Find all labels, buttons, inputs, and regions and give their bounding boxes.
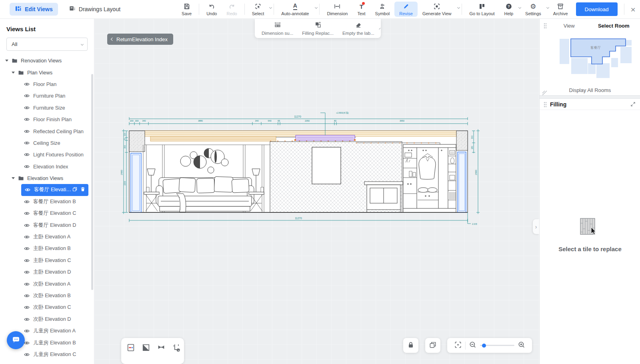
- return-elevation-index-button[interactable]: ReturnElevation Index: [107, 34, 173, 45]
- image-export-icon[interactable]: [126, 343, 136, 352]
- drag-handle-icon[interactable]: [544, 102, 547, 107]
- caret-down-icon[interactable]: [12, 177, 15, 179]
- tree-item-次卧-elevation-a[interactable]: 次卧 Elevation A: [0, 278, 94, 290]
- tree-item-客餐厅-elevation-c[interactable]: 客餐厅 Elevation C: [0, 208, 94, 219]
- close-icon[interactable]: ×: [627, 5, 640, 14]
- drag-handle-icon[interactable]: [544, 23, 547, 28]
- archive-tool[interactable]: Archive: [548, 2, 573, 17]
- dimension-icon: [334, 2, 341, 10]
- go-to-layout-tool[interactable]: Go to Layout: [464, 2, 499, 17]
- text-tool[interactable]: T Text: [352, 2, 370, 17]
- symbol-tool[interactable]: Symbol: [370, 2, 395, 17]
- room-shape[interactable]: [588, 63, 596, 74]
- room-shape[interactable]: [596, 63, 610, 78]
- tree-item-renovation-views[interactable]: Renovation Views: [0, 55, 94, 66]
- wardrobe[interactable]: [403, 144, 456, 212]
- display-all-rooms-button[interactable]: Display All Rooms: [540, 87, 640, 93]
- dimension-tool[interactable]: Dimension: [322, 2, 352, 17]
- filling-panel-header[interactable]: Filling: [540, 99, 640, 110]
- tree-item-主卧-elevation-c[interactable]: 主卧 Elevation C: [0, 255, 94, 266]
- tree-item-次卧-elevation-b[interactable]: 次卧 Elevation B: [0, 290, 94, 302]
- redo-tool[interactable]: Redo: [222, 2, 242, 17]
- tree-item-floor-plan[interactable]: Floor Plan: [0, 78, 94, 90]
- tree-item-儿童房-elevation-c[interactable]: 儿童房 Elevation C: [0, 349, 94, 360]
- caret-down-icon[interactable]: [12, 72, 15, 74]
- chevron-down-icon[interactable]: [269, 6, 272, 9]
- room-shape[interactable]: [560, 39, 569, 64]
- tree-item-客餐厅-elevation-d[interactable]: 客餐厅 Elevation D: [0, 219, 94, 231]
- tree-item-furniture-size[interactable]: Furniture Size: [0, 102, 94, 114]
- tree-item-reflected-ceiling-plan[interactable]: Reflected Ceiling Plan: [0, 125, 94, 137]
- room-minimap[interactable]: 客餐厅: [556, 37, 636, 83]
- sidebar-scrollbar[interactable]: [91, 74, 93, 290]
- room-shape[interactable]: [611, 58, 618, 67]
- room-shape[interactable]: [620, 47, 632, 63]
- duplicate-card[interactable]: [425, 338, 440, 353]
- lock-card[interactable]: [403, 338, 418, 353]
- settings-tool[interactable]: ⚙ Settings: [520, 2, 548, 17]
- chat-support-button[interactable]: [7, 331, 25, 349]
- chevron-down-icon[interactable]: [379, 28, 380, 29]
- chevron-down-icon[interactable]: [315, 6, 318, 9]
- fit-view-icon[interactable]: [454, 341, 462, 350]
- tree-item-主卧-elevation-a[interactable]: 主卧 Elevation A: [0, 231, 94, 243]
- room-shape[interactable]: [571, 58, 588, 74]
- sofa[interactable]: [156, 176, 254, 212]
- duplicate-view-icon[interactable]: [72, 187, 77, 193]
- console-table[interactable]: [364, 182, 403, 212]
- tree-item-light-fixtures-position[interactable]: Light Fixtures Position: [0, 149, 94, 160]
- dimension-summary-tool[interactable]: Dimension su...: [257, 20, 298, 36]
- tree-item-label: 儿童房 Elevation B: [33, 340, 76, 346]
- tree-item-floor-finish-plan[interactable]: Floor Finish Plan: [0, 114, 94, 125]
- save-tool[interactable]: Save: [177, 2, 196, 17]
- zoom-slider-knob[interactable]: [482, 344, 486, 348]
- tree-item-次卧-elevation-d[interactable]: 次卧 Elevation D: [0, 314, 94, 325]
- feature-wall-panel[interactable]: [312, 147, 341, 184]
- caret-down-icon[interactable]: [5, 60, 8, 62]
- tab-drawings-layout[interactable]: Drawings Layout: [64, 3, 126, 16]
- tree-item-客餐厅-elevation-a[interactable]: 客餐厅 Elevation A: [21, 184, 88, 196]
- tile-thumbnail[interactable]: [579, 218, 598, 237]
- gear-icon: ⚙: [530, 2, 536, 10]
- expand-icon[interactable]: [630, 102, 636, 107]
- elevation-drawing[interactable]: 11270 200 300 340 3880 340 640 65 2050 8…: [118, 107, 486, 227]
- delete-view-icon[interactable]: [80, 187, 85, 193]
- room-shape[interactable]: [626, 40, 632, 46]
- tab-edit-views[interactable]: Edit Views: [10, 3, 58, 16]
- zoom-out-icon[interactable]: [469, 341, 477, 350]
- filling-replace-tool[interactable]: Filling Replac...: [298, 20, 338, 36]
- tree-item-furniture-plan[interactable]: Furniture Plan: [0, 90, 94, 102]
- drawing-canvas[interactable]: ReturnElevation Index Dimension su... Fi…: [94, 19, 539, 364]
- auto-annotate-tool[interactable]: A Auto-annotate: [276, 2, 317, 17]
- tab-view[interactable]: View: [547, 23, 592, 29]
- select-tool[interactable]: Select: [247, 2, 272, 17]
- ceiling-light-band[interactable]: [294, 135, 356, 141]
- panel-collapse-handle[interactable]: ›: [533, 219, 539, 234]
- tree-item-客餐厅-elevation-b[interactable]: 客餐厅 Elevation B: [0, 196, 94, 208]
- tree-item-ceiling-size[interactable]: Ceiling Size: [0, 137, 94, 149]
- zoom-slider[interactable]: [480, 345, 514, 346]
- resize-handle-icon[interactable]: [542, 90, 547, 96]
- app-root: Edit Views Drawings Layout Save Undo R: [0, 0, 640, 364]
- bowtie-icon[interactable]: [156, 343, 166, 352]
- tree-item-主卧-elevation-b[interactable]: 主卧 Elevation B: [0, 243, 94, 254]
- undo-tool[interactable]: Undo: [202, 2, 222, 17]
- tree-item-主卧-elevation-d[interactable]: 主卧 Elevation D: [0, 266, 94, 278]
- tab-select-room[interactable]: Select Room: [592, 23, 636, 29]
- tree-item-elevation-index[interactable]: Elevation Index: [0, 161, 94, 172]
- views-filter-select[interactable]: All: [6, 38, 88, 51]
- revise-tool[interactable]: Revise: [394, 2, 418, 17]
- download-button[interactable]: Download: [576, 2, 618, 16]
- generate-view-tool[interactable]: Generate View: [418, 2, 460, 17]
- right-panel-tabs: View Select Room: [540, 19, 640, 31]
- tree-item-次卧-elevation-c[interactable]: 次卧 Elevation C: [0, 302, 94, 313]
- tree-item-elevation-views[interactable]: Elevation Views: [0, 172, 94, 184]
- tree-item-plan-views[interactable]: Plan Views: [0, 66, 94, 78]
- chevron-down-icon[interactable]: [457, 6, 460, 9]
- help-tool[interactable]: ? Help: [499, 2, 520, 17]
- zoom-in-icon[interactable]: [518, 341, 526, 350]
- crop-disabled-icon[interactable]: [172, 343, 181, 352]
- tree-item-label: Plan Views: [27, 70, 52, 76]
- half-fill-icon[interactable]: [141, 343, 151, 352]
- empty-label-tool[interactable]: Empty the lab...: [338, 20, 379, 36]
